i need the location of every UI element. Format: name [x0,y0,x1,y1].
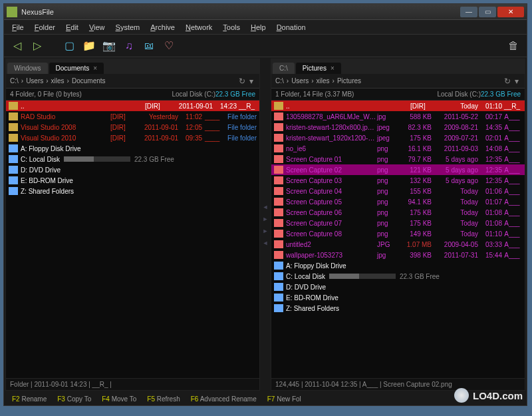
dropdown-icon[interactable]: ▾ [247,77,255,86]
trash-icon[interactable]: 🗑 [505,38,521,54]
close-tab-icon[interactable]: × [93,65,97,72]
menu-file[interactable]: File [7,21,29,33]
drive-icon [9,166,18,174]
tab[interactable]: Windows [7,63,48,74]
drive-row[interactable]: D: DVD Drive [6,164,259,175]
file-list[interactable]: ..[DIR]Today01:10__R_1305988278_uAR6LMJe… [271,101,525,378]
image-file-icon [274,176,283,184]
drive-icon [274,294,283,302]
dropdown-icon[interactable]: ▾ [513,77,521,86]
file-row[interactable]: Screen Capture 04png155 KBToday01:06A___ [271,186,525,196]
file-row[interactable]: kristen-stewart-1280x800.jpg_sade…jpeg82… [271,122,525,132]
fkey-f6[interactable]: F6 Advanced Rename [186,395,262,403]
tab[interactable]: Documents× [49,63,104,74]
music-icon[interactable]: ♫ [121,38,137,54]
drive-row[interactable]: Z: Shared Folders [6,186,259,196]
folder-summary: 1 Folder, 14 File (3.37 MB) [275,91,437,98]
drive-usage-row[interactable]: C: Local Disk22.3 GB Free [6,154,259,164]
menu-donation[interactable]: Donation [271,21,311,33]
fkey-f4[interactable]: F4 Move To [96,395,142,403]
forward-button[interactable]: ▷ [29,38,45,54]
heart-icon[interactable]: ♡ [161,38,177,54]
usage-meter [329,274,396,279]
file-row[interactable]: no_ie6png16.1 KB2011-09-0314:08A___ [271,143,525,154]
app-window: NexusFile — ▭ ✕ FileFolderEditViewSystem… [3,3,527,406]
breadcrumb-part[interactable]: C:\ [10,77,19,85]
drive-row[interactable]: A: Floppy Disk Drive [271,260,525,271]
file-row[interactable]: Screen Capture 05png94.1 KBToday01:07A__… [271,196,525,207]
menu-folder[interactable]: Folder [29,21,61,33]
breadcrumb-part[interactable]: Pictures [337,77,361,85]
file-list[interactable]: ..[DIR]2011-09-0114:23__R_RAD Studio[DIR… [6,101,259,378]
drive-icon [274,304,283,312]
summary-bar: 4 Folder, 0 File (0 bytes)Local Disk (C:… [6,89,259,101]
breadcrumb-part[interactable]: Documents [72,77,106,85]
tab[interactable]: C:\ [273,63,295,74]
menu-edit[interactable]: Edit [61,21,84,33]
image-file-icon [274,123,283,131]
drive-row[interactable]: D: DVD Drive [271,282,525,292]
folder-icon[interactable]: 📁 [81,38,97,54]
folder-row[interactable]: Visual Studio 2008[DIR]2011-09-0112:05__… [6,122,259,132]
fkey-f2[interactable]: F2 Rename [7,395,52,403]
pane-divider[interactable]: ◄ ► ► ◄ [261,57,269,392]
folder-row[interactable]: RAD Studio[DIR]Yesterday11:02____File fo… [6,111,259,122]
menu-archive[interactable]: Archive [145,21,180,33]
file-row[interactable]: Screen Capture 02png121 KB5 days ago12:3… [271,164,525,175]
titlebar[interactable]: NexusFile — ▭ ✕ [4,4,527,20]
drive-icon [274,283,283,291]
fkey-f3[interactable]: F3 Copy To [52,395,96,403]
menu-network[interactable]: Network [180,21,217,33]
file-row[interactable]: untitled2JPG1.07 MB2009-04-0503:33A___ [271,239,525,250]
refresh-icon[interactable]: ↻ [502,77,513,86]
file-row[interactable]: Screen Capture 08png149 KBToday01:10A___ [271,228,525,239]
menu-system[interactable]: System [110,21,146,33]
drive-row[interactable]: Z: Shared Folders [271,303,525,313]
app-icon [7,7,17,17]
minimize-button[interactable]: — [460,7,477,17]
pane-statusbar: Folder | 2011-09-01 14:23 | __R_ | [6,378,259,390]
camera-icon[interactable]: 📷 [101,38,117,54]
refresh-icon[interactable]: ↻ [237,77,247,86]
breadcrumb-part[interactable]: Users [291,77,309,85]
maximize-button[interactable]: ▭ [479,7,496,17]
folder-row[interactable]: Visual Studio 2010[DIR]2011-09-0109:35__… [6,132,259,143]
divider-arrow-icon[interactable]: ◄ [263,240,269,246]
file-row[interactable]: Screen Capture 01png79.7 KB5 days ago12:… [271,154,525,164]
parent-dir-row[interactable]: ..[DIR]Today01:10__R_ [271,101,525,111]
back-button[interactable]: ◁ [9,38,25,54]
breadcrumb-part[interactable]: C:\ [275,77,284,85]
drive-row[interactable]: E: BD-ROM Drive [271,292,525,303]
divider-arrow-icon[interactable]: ◄ [263,204,269,210]
chevron-right-icon: › [46,77,48,85]
file-row[interactable]: kristen-stewart_1920x1200-33715.j…jpeg17… [271,132,525,143]
file-row[interactable]: wallpaper-1053273jpg398 KB2011-07-3115:4… [271,250,525,260]
menu-view[interactable]: View [84,21,110,33]
fkey-f7[interactable]: F7 New Fol [262,395,307,403]
image-file-icon [274,251,283,259]
image-file-icon [274,240,283,248]
tab[interactable]: Pictures× [296,63,341,74]
drive-row[interactable]: E: BD-ROM Drive [6,175,259,186]
fkey-f5[interactable]: F5 Refresh [142,395,185,403]
tool-1[interactable]: ▢ [61,38,77,54]
video-icon[interactable]: 🖭 [141,38,157,54]
drive-usage-row[interactable]: C: Local Disk22.3 GB Free [271,271,525,282]
breadcrumb-part[interactable]: xiles [51,77,65,85]
breadcrumb-part[interactable]: Users [26,77,43,85]
breadcrumb-part[interactable]: xiles [317,77,330,85]
file-row[interactable]: Screen Capture 06png175 KBToday01:08A___ [271,207,525,218]
image-file-icon [274,208,283,216]
divider-arrow-icon[interactable]: ► [263,216,269,222]
file-row[interactable]: Screen Capture 07png175 KBToday01:08A___ [271,218,525,228]
folder-icon [9,123,18,131]
close-tab-icon[interactable]: × [331,65,334,72]
file-row[interactable]: 1305988278_uAR6LMJe_Wallcate.c…jpg588 KB… [271,111,525,122]
menu-tools[interactable]: Tools [217,21,245,33]
file-row[interactable]: Screen Capture 03png132 KB5 days ago12:3… [271,175,525,186]
divider-arrow-icon[interactable]: ► [263,228,269,234]
drive-row[interactable]: A: Floppy Disk Drive [6,143,259,154]
menu-help[interactable]: Help [245,21,271,33]
close-button[interactable]: ✕ [497,7,524,17]
parent-dir-row[interactable]: ..[DIR]2011-09-0114:23__R_ [6,101,259,111]
